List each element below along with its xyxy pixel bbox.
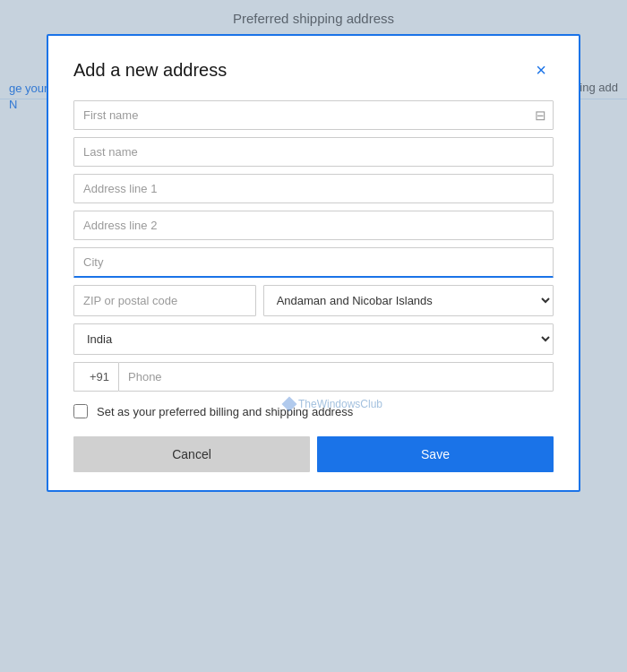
first-name-group: ⊟	[73, 100, 554, 130]
city-group	[73, 247, 554, 278]
phone-prefix: +91	[73, 362, 118, 392]
button-row: Cancel Save	[73, 436, 554, 472]
address2-input[interactable]	[73, 211, 554, 240]
modal-header: Add a new address ×	[73, 57, 554, 82]
page-background: Preferred shipping address ge your N ing…	[0, 0, 627, 672]
add-address-modal: Add a new address × ⊟ Andaman and Nicoba…	[47, 34, 580, 492]
checkbox-row: Set as your preferred billing and shippi…	[73, 404, 554, 418]
address1-input[interactable]	[73, 174, 554, 203]
country-row: IndiaUnited StatesUnited KingdomCanadaAu…	[73, 323, 554, 355]
last-name-input[interactable]	[73, 137, 554, 167]
autofill-icon: ⊟	[535, 108, 546, 124]
cancel-button[interactable]: Cancel	[73, 436, 310, 472]
zip-state-row: Andaman and Nicobar IslandsAndhra Prades…	[73, 285, 554, 316]
last-name-group	[73, 137, 554, 167]
address1-group	[73, 174, 554, 203]
address2-group	[73, 211, 554, 240]
first-name-input[interactable]	[73, 100, 554, 130]
zip-input[interactable]	[73, 285, 256, 316]
checkbox-label: Set as your preferred billing and shippi…	[97, 405, 353, 418]
state-select[interactable]: Andaman and Nicobar IslandsAndhra Prades…	[263, 285, 554, 316]
save-button[interactable]: Save	[317, 436, 554, 472]
phone-input[interactable]	[118, 362, 554, 392]
modal-title: Add a new address	[73, 60, 227, 81]
phone-row: +91	[73, 362, 554, 392]
city-input[interactable]	[73, 247, 554, 278]
close-button[interactable]: ×	[528, 57, 554, 82]
country-select[interactable]: IndiaUnited StatesUnited KingdomCanadaAu…	[73, 323, 554, 355]
preferred-address-checkbox[interactable]	[73, 404, 88, 418]
